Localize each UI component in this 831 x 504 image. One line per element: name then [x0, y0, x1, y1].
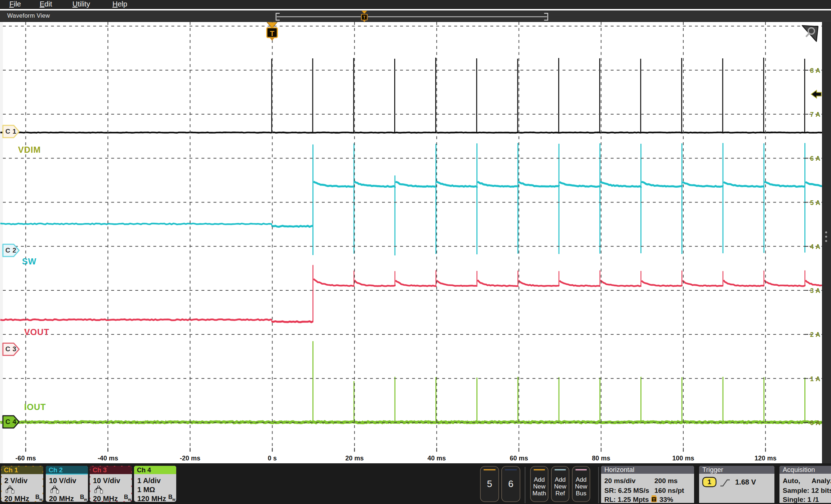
svg-text:T: T: [270, 30, 274, 37]
svg-text:File: File: [9, 0, 21, 8]
svg-text:Ch 2: Ch 2: [49, 467, 63, 474]
svg-text:20 MHz: 20 MHz: [49, 495, 74, 503]
svg-text:T: T: [363, 15, 366, 19]
svg-text:Trigger: Trigger: [702, 466, 723, 473]
svg-text:C 4: C 4: [5, 418, 17, 425]
svg-text:IOUT: IOUT: [24, 402, 46, 412]
svg-text:33%: 33%: [659, 496, 673, 503]
svg-text:80 ms: 80 ms: [592, 455, 610, 462]
svg-text:20 MHz: 20 MHz: [4, 495, 29, 503]
svg-text:Ch 4: Ch 4: [137, 467, 151, 474]
svg-text:8 A: 8 A: [810, 67, 821, 74]
svg-text:0 A: 0 A: [810, 419, 821, 427]
svg-text:120 MHz: 120 MHz: [137, 495, 166, 503]
svg-text:Analyze: Analyze: [812, 477, 831, 485]
svg-text:C 1: C 1: [5, 128, 17, 135]
svg-text:2 V/div: 2 V/div: [4, 477, 28, 485]
svg-text:20 MHz: 20 MHz: [93, 495, 118, 503]
svg-text:3 A: 3 A: [810, 287, 821, 294]
svg-text:Sample: 12 bits: Sample: 12 bits: [783, 487, 831, 494]
svg-text:T: T: [653, 498, 655, 502]
svg-text:200 ms: 200 ms: [654, 477, 677, 485]
svg-text:1.68 V: 1.68 V: [735, 478, 756, 486]
svg-text:-20 ms: -20 ms: [180, 455, 200, 462]
svg-text:B: B: [35, 494, 40, 500]
svg-text:C 2: C 2: [5, 246, 17, 254]
svg-text:w: w: [39, 497, 43, 501]
svg-text:20 ms: 20 ms: [345, 455, 364, 462]
svg-text:1 MΩ: 1 MΩ: [137, 486, 155, 494]
svg-text:Waveform View: Waveform View: [7, 12, 50, 19]
svg-text:B: B: [168, 494, 173, 500]
svg-text:Edit: Edit: [40, 0, 52, 8]
svg-text:RL: 1.25 Mpts: RL: 1.25 Mpts: [604, 496, 649, 503]
svg-text:w: w: [128, 497, 131, 501]
svg-text:Acquisition: Acquisition: [783, 466, 815, 473]
svg-text:Ch 3: Ch 3: [93, 467, 107, 474]
svg-text:10 V/div: 10 V/div: [93, 477, 120, 485]
svg-text:w: w: [172, 497, 175, 501]
svg-text:Ch 1: Ch 1: [4, 467, 18, 474]
svg-text:New: New: [533, 483, 546, 490]
svg-text:VDIM: VDIM: [18, 145, 41, 155]
svg-text:w: w: [84, 497, 87, 501]
svg-text:Math: Math: [533, 490, 546, 497]
svg-text:Bus: Bus: [576, 490, 586, 497]
svg-text:New: New: [554, 483, 566, 490]
svg-text:160 ns/pt: 160 ns/pt: [654, 487, 684, 494]
svg-text:100 ms: 100 ms: [672, 455, 694, 462]
svg-text:SW: SW: [22, 257, 36, 266]
svg-text:5 A: 5 A: [810, 199, 821, 206]
svg-text:Horizontal: Horizontal: [604, 466, 634, 473]
svg-text:1 A/div: 1 A/div: [137, 477, 161, 485]
svg-text:10 V/div: 10 V/div: [49, 477, 76, 485]
svg-text:0 s: 0 s: [268, 455, 277, 462]
svg-text:40 ms: 40 ms: [427, 455, 446, 462]
svg-text:4 A: 4 A: [810, 243, 821, 250]
svg-text:Add: Add: [534, 476, 545, 483]
svg-text:5: 5: [487, 478, 492, 489]
svg-text:Add: Add: [576, 476, 586, 483]
svg-text:Ref: Ref: [555, 490, 565, 497]
svg-text:6 A: 6 A: [810, 155, 821, 162]
svg-text:7 A: 7 A: [810, 111, 821, 118]
svg-text:Single: 1 /1: Single: 1 /1: [783, 496, 819, 503]
svg-text:120 ms: 120 ms: [755, 455, 777, 462]
svg-text:VOUT: VOUT: [24, 327, 49, 337]
svg-text:-60 ms: -60 ms: [15, 455, 36, 462]
svg-text:20 ms/div: 20 ms/div: [604, 477, 636, 485]
svg-text:C 3: C 3: [5, 345, 17, 353]
svg-text:New: New: [575, 483, 587, 490]
svg-text:Auto,: Auto,: [783, 477, 800, 485]
svg-text:SR: 6.25 MS/s: SR: 6.25 MS/s: [604, 487, 649, 494]
svg-text:1 A: 1 A: [810, 375, 821, 383]
svg-text:60 ms: 60 ms: [510, 455, 528, 462]
svg-text:Help: Help: [112, 0, 127, 8]
svg-text:2 A: 2 A: [810, 331, 821, 338]
svg-text:1: 1: [707, 478, 711, 486]
svg-text:6: 6: [508, 478, 513, 489]
svg-text:B: B: [124, 494, 128, 500]
svg-text:B: B: [80, 494, 84, 500]
svg-text:Add: Add: [555, 476, 565, 483]
svg-text:-40 ms: -40 ms: [98, 455, 118, 462]
svg-text:Utility: Utility: [72, 0, 90, 8]
